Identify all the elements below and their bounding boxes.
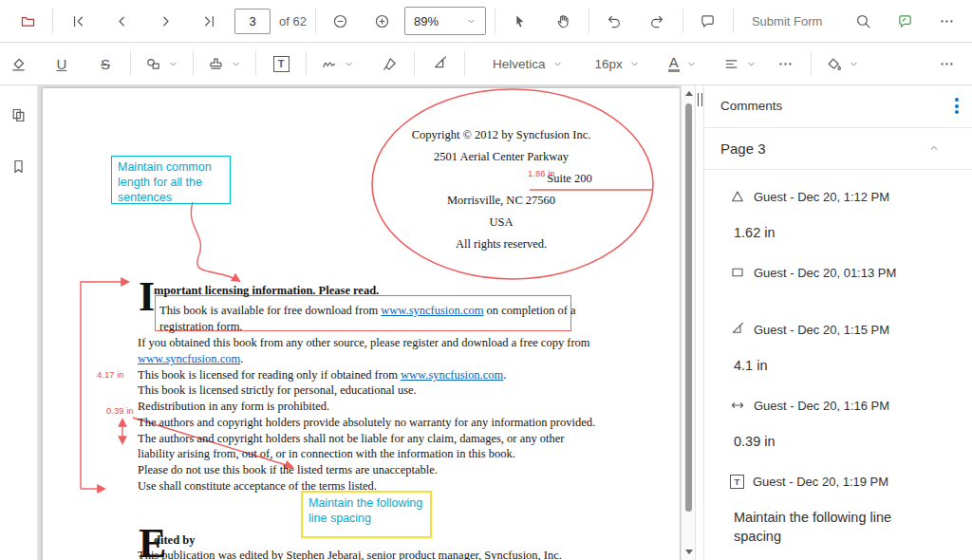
search-button[interactable]: [847, 5, 879, 37]
zoom-dropdown[interactable]: 89%: [404, 7, 486, 35]
doc-heading: mportant licensing information. Please r…: [154, 284, 379, 298]
measurement-label[interactable]: 4.17 in: [97, 369, 124, 380]
chevron-down-icon: [168, 59, 178, 69]
page-group-header[interactable]: Page 3: [704, 128, 972, 170]
separator: [315, 9, 316, 33]
page-number-input[interactable]: [234, 9, 271, 34]
comment-author-row: Guest - Dec 20, 1:15 PM: [730, 322, 957, 337]
free-text-note[interactable]: Maintain common length for all the sente…: [111, 156, 231, 204]
undo-icon: [606, 13, 622, 29]
comment-item[interactable]: Guest - Dec 20, 1:12 PM 1.62 in: [730, 189, 957, 242]
more-options-button[interactable]: [930, 5, 963, 37]
comment-item[interactable]: Guest - Dec 20, 01:13 PM: [730, 265, 957, 280]
comments-menu-button[interactable]: [955, 96, 959, 117]
left-rail: [0, 85, 38, 560]
more-vertical-icon: [955, 98, 959, 102]
text-align-dropdown[interactable]: [718, 47, 762, 80]
scroll-down-icon: [685, 550, 693, 554]
separator: [733, 9, 734, 33]
last-page-button[interactable]: [193, 5, 225, 37]
selection-tool-button[interactable]: [504, 5, 536, 37]
content-area: Copyright © 2012 by Syncfusion Inc. 2501…: [0, 85, 972, 560]
syncfusion-link[interactable]: www.syncfusion.com: [138, 352, 240, 365]
undo-button[interactable]: [598, 5, 630, 37]
next-page-button[interactable]: [149, 5, 181, 37]
highlighter-icon: [10, 56, 27, 72]
separator: [193, 51, 194, 76]
vertical-scrollbar[interactable]: [681, 85, 695, 560]
comment-body[interactable]: 1.62 in: [734, 223, 900, 242]
comment-author-row: Guest - Dec 20, 1:12 PM: [730, 189, 957, 204]
thumbnails-button[interactable]: [3, 99, 35, 131]
comment-body[interactable]: 0.39 in: [734, 432, 900, 451]
pdf-viewer-app: of 62 89% Submit Form: [0, 0, 972, 560]
separator: [255, 51, 256, 76]
redo-button[interactable]: [642, 5, 674, 37]
chevron-down-icon: [629, 59, 640, 69]
align-left-icon: [723, 56, 739, 72]
chevron-down-icon: [231, 59, 241, 69]
doc-line: Morrisville, NC 27560: [359, 194, 644, 215]
measurement-label[interactable]: 1.86 in: [528, 168, 555, 178]
syncfusion-link[interactable]: www.syncfusion.com: [401, 368, 503, 382]
pan-tool-button[interactable]: [548, 5, 580, 37]
scrollbar-thumb[interactable]: [685, 103, 692, 512]
cursor-icon: [512, 13, 528, 29]
measure-button[interactable]: [423, 47, 456, 80]
bookmarks-button[interactable]: [3, 150, 35, 182]
pdf-page[interactable]: Copyright © 2012 by Syncfusion Inc. 2501…: [43, 88, 680, 560]
panel-splitter[interactable]: [695, 85, 704, 560]
chevron-down-icon: [686, 59, 697, 69]
font-color-dropdown[interactable]: A: [663, 47, 702, 80]
comment-panel-toggle-button[interactable]: [888, 5, 921, 37]
syncfusion-link[interactable]: www.syncfusion.com: [381, 304, 483, 317]
comment-item[interactable]: Guest - Dec 20, 1:15 PM 4.1 in: [730, 322, 957, 375]
redo-icon: [649, 13, 665, 29]
comment-body[interactable]: 4.1 in: [734, 356, 900, 375]
doc-line: The authors and copyright holders shall …: [138, 432, 565, 446]
separator: [495, 9, 495, 33]
zoom-in-button[interactable]: [366, 5, 399, 37]
previous-page-button[interactable]: [105, 5, 138, 37]
free-text-button[interactable]: T: [265, 47, 297, 80]
doc-line: Use shall constitute acceptance of the t…: [138, 479, 377, 494]
comment-author-row: Guest - Dec 20, 1:16 PM: [730, 398, 957, 413]
measurement-label[interactable]: 0.39 in: [106, 405, 134, 416]
doc-line: www.syncfusion.com.: [138, 352, 243, 366]
copyright-block: Copyright © 2012 by Syncfusion Inc. 2501…: [359, 128, 644, 259]
open-file-button[interactable]: [11, 5, 44, 37]
scroll-up-button[interactable]: [682, 86, 695, 101]
fill-color-dropdown[interactable]: [820, 47, 865, 80]
primary-toolbar: of 62 89% Submit Form: [0, 0, 972, 43]
font-family-dropdown[interactable]: Helvetica: [487, 47, 569, 80]
free-text-note[interactable]: Maintain the following line spacing: [301, 491, 432, 538]
stamp-icon: [208, 56, 224, 72]
underline-button[interactable]: U: [46, 47, 78, 80]
comments-panel: Comments Page 3 Guest - Dec 20, 1:12 PM …: [704, 85, 972, 560]
separator: [811, 51, 812, 76]
annotation-more-button[interactable]: [930, 47, 963, 80]
ink-button[interactable]: [373, 47, 405, 80]
text-properties-more-button[interactable]: [770, 47, 802, 80]
add-comment-button[interactable]: [692, 5, 724, 37]
comment-body[interactable]: Maintain the following line spacing: [734, 508, 900, 546]
shapes-dropdown-button[interactable]: [140, 47, 184, 80]
scroll-down-button[interactable]: [682, 545, 695, 559]
document-viewer[interactable]: Copyright © 2012 by Syncfusion Inc. 2501…: [38, 85, 695, 560]
doc-text: This book is available for free download…: [159, 304, 381, 317]
chevron-down-icon: [746, 59, 757, 69]
font-size-dropdown[interactable]: 16px: [589, 47, 645, 80]
signature-dropdown-button[interactable]: [315, 47, 360, 80]
strikethrough-button[interactable]: S: [89, 47, 122, 80]
first-page-button[interactable]: [62, 5, 94, 37]
highlight-button[interactable]: [2, 47, 34, 80]
stamp-dropdown-button[interactable]: [202, 47, 247, 80]
comment-item[interactable]: Guest - Dec 20, 1:16 PM 0.39 in: [730, 398, 957, 451]
comment-item[interactable]: T Guest - Dec 20, 1:19 PM Maintain the f…: [730, 474, 957, 546]
doc-heading: dited by: [154, 533, 195, 548]
submit-form-button[interactable]: Submit Form: [742, 5, 832, 37]
zoom-out-button[interactable]: [325, 5, 357, 37]
comment-author: Guest - Dec 20, 1:12 PM: [754, 190, 889, 204]
separator: [589, 9, 589, 33]
doc-line: If you obtained this book from any other…: [138, 336, 590, 350]
